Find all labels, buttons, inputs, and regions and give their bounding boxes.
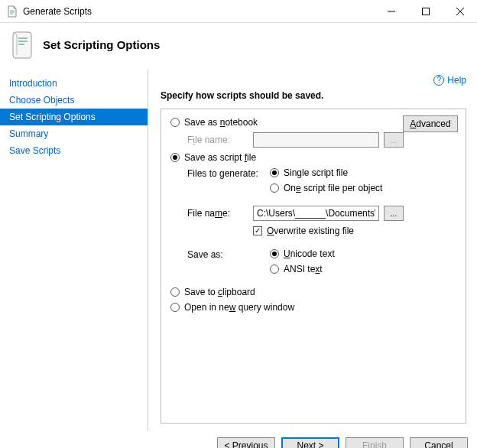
- radio-icon: [270, 183, 279, 193]
- save-as-script-file-label: Save as script file: [184, 152, 256, 163]
- help-link[interactable]: ? Help: [161, 75, 466, 86]
- sidebar-item-summary[interactable]: Summary: [0, 125, 148, 142]
- radio-icon: [270, 265, 279, 274]
- single-script-file-label: Single script file: [284, 167, 348, 178]
- finish-button: Finish: [346, 437, 404, 449]
- radio-icon: [270, 249, 279, 258]
- notebook-filename-row: File name: ...: [170, 132, 456, 148]
- advanced-button[interactable]: Advanced: [403, 115, 458, 132]
- radio-icon: [170, 118, 180, 127]
- header-banner: Set Scripting Options: [0, 23, 477, 69]
- notebook-filename-label: File name:: [187, 135, 253, 145]
- wizard-sidebar: Introduction Choose Objects Set Scriptin…: [0, 69, 148, 431]
- wizard-footer: < Previous Next > Finish Cancel: [0, 431, 477, 448]
- overwrite-label: Overwrite existing file: [267, 226, 354, 236]
- files-to-generate-label: Files to generate:: [187, 167, 270, 179]
- help-icon: ?: [433, 75, 444, 86]
- body-area: Introduction Choose Objects Set Scriptin…: [0, 69, 477, 431]
- notebook-filename-input: [253, 132, 379, 148]
- maximize-button[interactable]: [408, 0, 443, 22]
- radio-icon: [270, 168, 279, 177]
- save-to-clipboard-radio[interactable]: Save to clipboard: [170, 287, 456, 297]
- titlebar: Generate Scripts: [0, 0, 477, 23]
- close-icon: [456, 8, 464, 15]
- single-script-file-radio[interactable]: Single script file: [270, 167, 382, 178]
- page-title: Set Scripting Options: [43, 38, 160, 51]
- open-in-new-query-label: Open in new query window: [184, 302, 294, 313]
- overwrite-checkbox[interactable]: ✓ Overwrite existing file: [170, 226, 456, 236]
- ansi-text-label: ANSI text: [284, 264, 323, 274]
- save-as-notebook-label: Save as notebook: [184, 117, 258, 128]
- save-as-script-file-radio[interactable]: Save as script file: [170, 152, 456, 163]
- window-controls: [374, 0, 477, 22]
- radio-icon: [170, 287, 180, 297]
- script-filename-label: File name:: [187, 208, 253, 219]
- help-label: Help: [447, 75, 466, 86]
- maximize-icon: [422, 8, 430, 15]
- save-to-clipboard-label: Save to clipboard: [184, 287, 255, 297]
- script-filename-input[interactable]: [253, 206, 379, 221]
- previous-button[interactable]: < Previous: [217, 437, 275, 449]
- options-groupbox: Advanced Save as notebook File name: ...…: [161, 109, 466, 424]
- checkbox-icon: ✓: [253, 226, 262, 235]
- sidebar-item-introduction[interactable]: Introduction: [0, 75, 148, 92]
- script-scroll-icon: [11, 29, 35, 60]
- sidebar-item-set-scripting-options[interactable]: Set Scripting Options: [0, 109, 148, 125]
- unicode-text-label: Unicode text: [284, 248, 335, 259]
- window-title: Generate Scripts: [23, 6, 374, 17]
- minimize-icon: [388, 8, 395, 15]
- unicode-text-radio[interactable]: Unicode text: [270, 248, 335, 259]
- minimize-button[interactable]: [374, 0, 408, 22]
- close-button[interactable]: [443, 0, 477, 22]
- cancel-button[interactable]: Cancel: [410, 437, 468, 449]
- save-as-encoding-group: Save as: Unicode text ANSI text: [170, 248, 456, 279]
- main-panel: ? Help Specify how scripts should be sav…: [148, 69, 477, 431]
- svg-rect-1: [422, 8, 429, 15]
- next-button[interactable]: Next >: [281, 437, 339, 449]
- ansi-text-radio[interactable]: ANSI text: [270, 264, 335, 274]
- sidebar-item-choose-objects[interactable]: Choose Objects: [0, 92, 148, 109]
- radio-icon: [170, 303, 180, 312]
- app-icon: [6, 5, 18, 18]
- radio-icon: [170, 153, 180, 162]
- script-filename-row: File name: ...: [170, 206, 456, 221]
- one-file-per-object-label: One script file per object: [284, 183, 382, 193]
- one-file-per-object-radio[interactable]: One script file per object: [270, 183, 382, 193]
- open-in-new-query-radio[interactable]: Open in new query window: [170, 302, 456, 313]
- sidebar-item-save-scripts[interactable]: Save Scripts: [0, 142, 148, 159]
- save-as-encoding-label: Save as:: [187, 248, 270, 260]
- instruction-text: Specify how scripts should be saved.: [161, 90, 466, 101]
- files-to-generate-group: Files to generate: Single script file On…: [170, 167, 456, 198]
- script-browse-button[interactable]: ...: [384, 206, 404, 221]
- notebook-browse-button: ...: [384, 132, 404, 148]
